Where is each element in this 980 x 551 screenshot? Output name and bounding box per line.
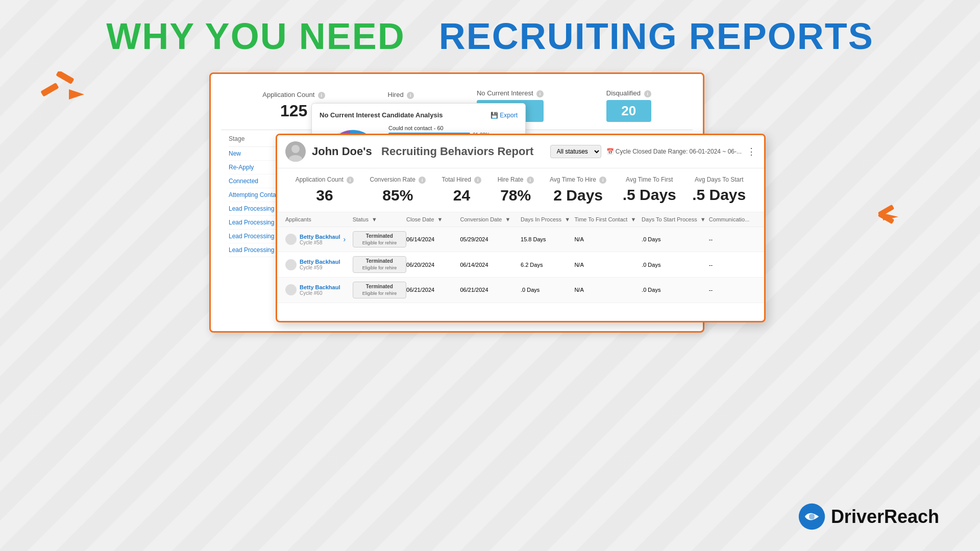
driverreach-logo: DriverReach [798,503,939,531]
days-to-start-3: .0 Days [642,287,709,293]
metric-hired-label: Hired i [388,91,414,99]
info-9: i [599,177,606,184]
days-to-start-1: .0 Days [642,236,709,242]
status-cell-2: Terminated Eligible for rehire [353,256,406,273]
screenshots-area: Application Count i 125 Hired i 0 No Cur… [209,72,771,399]
applicant-cell-2: Betty Backhaul Cycle #59 [285,259,353,270]
front-metric-avg-time-hire: Avg Time To Hire i 2 Days [550,176,606,204]
front-metric-avg-time-hire-label: Avg Time To Hire i [550,176,606,184]
nci-title: No Current Interest Candidate Analysis [320,111,443,119]
front-card-title: John Doe's Recruiting Behaviors Report [312,145,533,158]
info-icon-3: i [536,90,544,97]
time-first-2: N/A [574,262,642,268]
info-5: i [347,177,354,184]
info-6: i [419,177,426,184]
front-card-header: John Doe's Recruiting Behaviors Report A… [277,135,764,168]
metric-nci-label: No Current Interest i [477,89,544,97]
table-row-1: Betty Backhaul Cycle #58 › Terminated El… [277,227,764,253]
front-metric-avg-time-first-label: Avg Time To First [623,176,676,183]
svg-rect-1 [56,71,74,84]
applicant-avatar-2 [285,259,297,270]
applicant-avatar-1 [285,234,297,245]
info-icon: i [318,92,325,99]
front-metric-app-count-label: Application Count i [296,176,354,184]
front-metric-hired-value: 24 [442,187,482,204]
conversion-date-1: 05/29/2024 [460,236,521,242]
col-days-to-start: Days To Start Process ▼ [642,216,709,222]
days-in-process-3: .0 Days [521,287,574,293]
legend-label-cnc: Could not contact - 60 [388,125,518,131]
front-metric-avg-days-start: Avg Days To Start .5 Days [692,176,746,204]
front-table-header: Applicants Status ▼ Close Date ▼ Convers… [277,212,764,227]
front-metric-avg-time-first-value: .5 Days [623,186,676,204]
front-metric-hire-rate-value: 78% [498,187,534,204]
time-first-1: N/A [574,236,642,242]
comm-1: -- [709,236,756,242]
front-metric-conversion-value: 85% [370,187,426,204]
comm-3: -- [709,287,756,293]
table-row-3: Betty Backhaul Cycle #60 Terminated Elig… [277,278,764,303]
front-header-right: All statuses 📅 Cycle Closed Date Range: … [550,145,756,158]
close-date-3: 06/21/2024 [406,287,460,293]
front-metric-hired-label: Total Hired i [442,176,482,184]
col-close-date: Close Date ▼ [406,216,460,222]
comm-2: -- [709,262,756,268]
more-options-icon[interactable]: ⋮ [747,146,756,157]
col-conversion-date: Conversion Date ▼ [460,216,521,222]
page-content: WHY YOU NEED RECRUITING REPORTS [0,0,980,551]
title-green-part: WHY YOU NEED [106,16,405,57]
row-arrow-1[interactable]: › [343,235,346,243]
applicant-name-3: Betty Backhaul [300,284,340,290]
col-status: Status ▼ [353,216,406,222]
conversion-date-2: 06/14/2024 [460,262,521,268]
page-title: WHY YOU NEED RECRUITING REPORTS [0,0,980,67]
front-metric-avg-days-start-label: Avg Days To Start [692,176,746,183]
driverreach-name: DriverReach [831,506,939,528]
applicant-cell-3: Betty Backhaul Cycle #60 [285,284,353,296]
info-icon-4: i [644,90,651,97]
nci-popup-header: No Current Interest Candidate Analysis 💾… [320,111,518,119]
col-applicants: Applicants [285,216,353,222]
status-select[interactable]: All statuses [550,145,601,158]
front-metric-hired: Total Hired i 24 [442,176,482,204]
user-avatar [285,141,306,162]
days-in-process-2: 6.2 Days [521,262,574,268]
svg-point-9 [291,145,300,153]
metric-application-count-label: Application Count i [262,91,325,99]
info-8: i [527,177,534,184]
status-cell-3: Terminated Eligible for rehire [353,282,406,298]
spark-right [878,194,919,237]
nci-export-btn[interactable]: 💾 Export [491,112,518,119]
days-in-process-1: 15.8 Days [521,236,574,242]
front-header-left: John Doe's Recruiting Behaviors Report [285,141,533,162]
front-metric-app-count-value: 36 [296,187,354,204]
applicant-name-1: Betty Backhaul [300,234,340,240]
front-metric-avg-time-first: Avg Time To First .5 Days [623,176,676,204]
applicant-cell-1: Betty Backhaul Cycle #58 › [285,234,353,245]
conversion-date-3: 06/21/2024 [460,287,521,293]
applicant-name-2: Betty Backhaul [300,259,340,265]
front-metric-hire-rate-label: Hire Rate i [498,176,534,184]
applicant-cycle-3: Cycle #60 [300,290,340,296]
stage-col-header: Stage [229,135,244,143]
svg-rect-0 [41,83,59,97]
time-first-3: N/A [574,287,642,293]
front-metric-conversion-label: Conversion Rate i [370,176,426,184]
front-metric-conversion: Conversion Rate i 85% [370,176,426,204]
front-metric-avg-time-hire-value: 2 Days [550,187,606,204]
close-date-2: 06/20/2024 [406,262,460,268]
metric-disqualified: Disqualified i 20 [606,89,651,122]
status-cell-1: Terminated Eligible for rehire [353,231,406,248]
table-row-2: Betty Backhaul Cycle #59 Terminated Elig… [277,252,764,278]
user-name: John Doe's [312,145,372,158]
front-metric-app-count: Application Count i 36 [296,176,354,204]
recruiting-behaviors-card: John Doe's Recruiting Behaviors Report A… [276,134,766,322]
report-subtitle: Recruiting Behaviors Report [381,145,533,158]
title-blue-part: RECRUITING REPORTS [439,16,874,57]
applicant-cycle-1: Cycle #58 [300,240,340,245]
applicant-cycle-2: Cycle #59 [300,265,340,270]
info-icon-2: i [407,92,414,99]
metric-disqualified-label: Disqualified i [606,89,651,97]
front-metrics-row: Application Count i 36 Conversion Rate i… [277,168,764,212]
calendar-icon: 📅 [606,148,614,155]
